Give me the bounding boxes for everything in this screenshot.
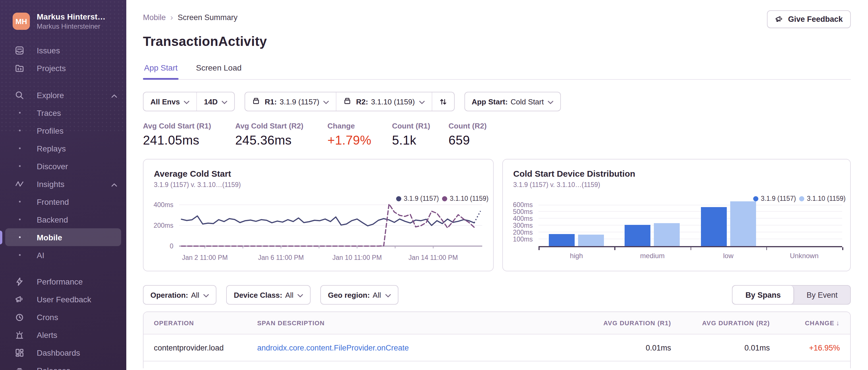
bar[interactable] [701, 207, 726, 246]
sidebar-item-label: Releases [37, 366, 70, 370]
sidebar-item-insights[interactable]: Insights [0, 175, 126, 193]
sidebar-item-backend[interactable]: Backend [0, 210, 126, 228]
org-switcher[interactable]: MH Markus Hinterst… Markus Hintersteiner [12, 12, 119, 30]
megaphone-icon [15, 295, 24, 304]
sidebar-item-discover[interactable]: Discover [0, 157, 126, 175]
line-chart-svg [179, 201, 482, 259]
bar[interactable] [654, 224, 680, 246]
sidebar-item-traces[interactable]: Traces [0, 104, 126, 122]
avatar: MH [12, 12, 30, 30]
chart-subtitle: 3.1.9 (1157) v. 3.1.10…(1159) [154, 181, 484, 188]
column-header-span-description[interactable]: SPAN DESCRIPTION [257, 319, 574, 327]
table-row[interactable]: contentprovider.load androidx.core.conte… [144, 334, 850, 361]
date-range-filter[interactable]: 14D [197, 92, 235, 111]
cell-avg-duration-r1: 0.01ms [574, 343, 671, 352]
by-event-toggle[interactable]: By Event [794, 286, 850, 304]
metric-count-r2: Count (R2) 659 [448, 122, 487, 148]
metrics-row: Avg Cold Start (R1) 241.05ms Avg Cold St… [143, 122, 851, 148]
breadcrumb-mobile[interactable]: Mobile [143, 13, 166, 22]
sidebar-item-label: Insights [37, 179, 65, 189]
chevron-down-icon [184, 97, 190, 106]
legend-label: 3.1.9 (1157) [404, 195, 439, 202]
bar[interactable] [730, 201, 756, 246]
sidebar-item-releases[interactable]: Releases [0, 361, 126, 370]
bar-group-low[interactable] [690, 201, 766, 246]
cell-span-description-link[interactable]: androidx.core.content.FileProvider.onCre… [257, 343, 574, 352]
chevron-down-icon [222, 97, 227, 106]
sidebar-item-dashboards[interactable]: Dashboards [0, 344, 126, 361]
geo-region-filter[interactable]: Geo region: All [321, 286, 398, 304]
sidebar-item-label: Explore [37, 90, 64, 100]
device-distribution-chart-card: Cold Start Device Distribution 3.1.9 (11… [502, 159, 851, 271]
sidebar-item-mobile[interactable]: Mobile [5, 228, 121, 246]
legend-dot-r1 [396, 196, 402, 201]
by-spans-toggle[interactable]: By Spans [733, 286, 794, 304]
sidebar-item-crons[interactable]: Crons [0, 308, 126, 326]
x-axis-labels: highmediumlowUnknown [538, 252, 842, 260]
sidebar-item-label: Traces [37, 108, 61, 117]
release-2-filter[interactable]: R2: 3.1.10 (1159) [336, 92, 432, 111]
chart-title: Average Cold Start [154, 169, 484, 178]
release-1-filter[interactable]: R1: 3.1.9 (1157) [245, 92, 336, 111]
sidebar-item-user-feedback[interactable]: User Feedback [0, 290, 126, 308]
swap-releases-button[interactable] [431, 92, 454, 111]
chart-legend: 3.1.9 (1157) 3.1.10 (1159) [753, 195, 846, 202]
sidebar-item-explore[interactable]: Explore [0, 86, 126, 104]
bar[interactable] [578, 234, 604, 246]
operation-filter[interactable]: Operation: All [144, 286, 216, 304]
insights-icon [15, 179, 24, 189]
bar[interactable] [549, 234, 575, 246]
chevron-up-icon[interactable] [112, 179, 117, 189]
org-name: Markus Hinterst… [37, 12, 105, 21]
sidebar-item-label: Mobile [37, 233, 62, 242]
give-feedback-button[interactable]: Give Feedback [767, 10, 851, 28]
sidebar-item-label: Backend [37, 215, 68, 224]
spans-event-toggle: By Spans By Event [732, 285, 851, 305]
bullet-icon [15, 130, 24, 131]
bar-group-medium[interactable] [615, 201, 691, 246]
chevron-up-icon[interactable] [112, 90, 117, 100]
sidebar-item-alerts[interactable]: Alerts [0, 326, 126, 344]
siren-icon [15, 330, 24, 339]
bar-group-high[interactable] [538, 201, 615, 246]
cell-change: +16.95% [770, 343, 850, 352]
bar-chart-plot[interactable]: 100ms200ms300ms400ms500ms600ms highmediu… [538, 201, 842, 260]
chevron-down-icon [419, 97, 425, 106]
breadcrumb-current: Screen Summary [178, 13, 238, 22]
column-header-avg-duration-r1[interactable]: AVG DURATION (R1) [574, 319, 671, 327]
sidebar-item-performance[interactable]: Performance [0, 272, 126, 290]
sidebar-item-issues[interactable]: Issues [0, 41, 126, 59]
cell-operation: contentprovider.load [144, 343, 257, 352]
sidebar-item-ai[interactable]: AI [0, 246, 126, 264]
swap-icon [439, 97, 447, 106]
sidebar-item-replays[interactable]: Replays [0, 139, 126, 157]
device-class-filter[interactable]: Device Class: All [227, 286, 310, 304]
sidebar-item-label: AI [37, 250, 44, 260]
tab-app-start[interactable]: App Start [143, 63, 179, 79]
chevron-down-icon [548, 97, 553, 106]
column-header-change[interactable]: CHANGE↓ [770, 319, 850, 327]
sidebar-item-projects[interactable]: Projects [0, 59, 126, 77]
line-chart-plot[interactable]: 0200ms400ms Jan 2 11:00 PMJan 6 11:00 PM… [179, 201, 485, 263]
table-row-partial[interactable] [144, 361, 850, 368]
metric-count-r1: Count (R1) 5.1k [392, 122, 430, 148]
bullet-icon [15, 165, 24, 167]
chart-legend: 3.1.9 (1157) 3.1.10 (1159) [396, 195, 489, 202]
chart-subtitle: 3.1.9 (1157) v. 3.1.10…(1159) [513, 181, 841, 188]
sidebar-item-frontend[interactable]: Frontend [0, 193, 126, 210]
breadcrumb-separator: › [170, 12, 173, 22]
tab-screen-load[interactable]: Screen Load [195, 63, 243, 79]
release-filter-group: R1: 3.1.9 (1157) R2: 3.1.10 (1159) [245, 92, 454, 111]
bar-group-unknown[interactable] [766, 201, 842, 246]
chevron-down-icon [323, 97, 329, 106]
bar[interactable] [625, 225, 651, 246]
sidebar-item-profiles[interactable]: Profiles [0, 122, 126, 139]
chevron-down-icon [298, 291, 303, 299]
column-header-avg-duration-r2[interactable]: AVG DURATION (R2) [671, 319, 770, 327]
column-header-operation[interactable]: OPERATION [144, 319, 257, 327]
y-axis-labels: 0200ms400ms [144, 201, 178, 246]
environment-filter[interactable]: All Envs [144, 92, 197, 111]
operation-filter-group: Operation: All [143, 285, 216, 305]
app-start-type-filter[interactable]: App Start: Cold Start [465, 92, 560, 111]
dashboards-icon [15, 348, 24, 357]
